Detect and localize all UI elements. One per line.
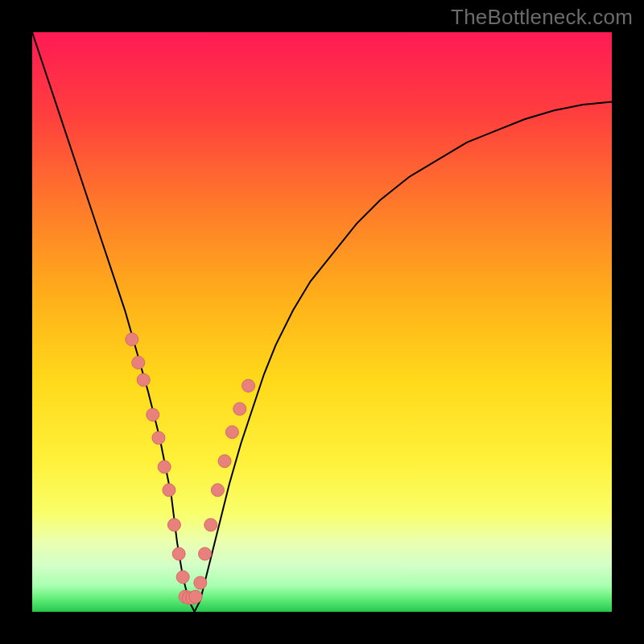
marker-bottom <box>189 590 202 603</box>
marker-right <box>199 547 212 560</box>
marker-right <box>233 402 246 415</box>
marker-right <box>242 379 255 392</box>
marker-left <box>172 547 185 560</box>
plot-area <box>32 32 612 612</box>
marker-left <box>176 571 189 584</box>
marker-right <box>194 576 207 589</box>
marker-left <box>132 356 145 369</box>
marker-left <box>167 518 180 531</box>
marker-left <box>147 408 159 421</box>
marker-right <box>218 455 231 468</box>
watermark-text: TheBottleneck.com <box>451 5 633 30</box>
marker-right <box>225 426 238 439</box>
marker-left <box>163 484 175 497</box>
marker-left <box>158 460 171 473</box>
marker-left <box>152 431 165 444</box>
data-markers <box>126 333 255 605</box>
marker-right <box>211 484 224 497</box>
chart-frame: TheBottleneck.com <box>0 0 644 644</box>
bottleneck-curve <box>32 32 612 612</box>
marker-left <box>137 374 150 386</box>
marker-right <box>204 518 217 531</box>
chart-svg <box>32 32 612 612</box>
marker-left <box>126 333 138 346</box>
